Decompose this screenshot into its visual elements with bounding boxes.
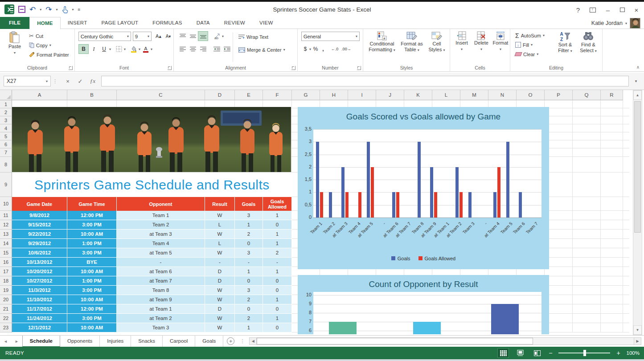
table-row[interactable]: 11/3/20123:00 PMTeam 8W30 [12, 286, 292, 295]
cell[interactable]: 2 [235, 230, 263, 239]
borders-dropdown-icon[interactable]: ▾ [124, 47, 126, 51]
cell[interactable]: 2 [235, 295, 263, 304]
cell[interactable]: 2 [235, 314, 263, 323]
cell[interactable]: 12:00 PM [67, 211, 117, 220]
cell[interactable]: 11/3/2012 [12, 286, 67, 295]
row-header-16[interactable]: 16 [0, 258, 12, 267]
conditional-formatting-button[interactable]: ≠ ConditionalFormatting ▾ [367, 30, 397, 53]
row-header-5[interactable]: 5 [0, 132, 12, 140]
cell[interactable]: W [205, 248, 235, 258]
column-header-M[interactable]: M [460, 90, 488, 100]
row-header-10[interactable]: 10 [0, 197, 12, 211]
number-format-select[interactable]: General ▾ [301, 32, 360, 41]
conditional-formatting-dropdown-icon[interactable]: ▾ [394, 48, 395, 52]
font-family-dropdown-icon[interactable]: ▾ [127, 34, 129, 38]
italic-button[interactable]: I [89, 44, 99, 54]
cell[interactable]: Team 3 [117, 323, 205, 332]
row-header-19[interactable]: 19 [0, 286, 12, 295]
row-header-22[interactable]: 22 [0, 314, 12, 323]
column-header-O[interactable]: O [517, 90, 545, 100]
cell[interactable]: 3 [235, 211, 263, 220]
cells-area[interactable]: Sprinters Game Schedule and Results Game… [12, 100, 629, 335]
cell[interactable]: 0 [263, 304, 292, 314]
column-header-I[interactable]: I [348, 90, 376, 100]
merge-center-button[interactable]: Merge & Center ▾ [237, 45, 287, 54]
horizontal-scrollbar[interactable]: ◀ ▶ [249, 337, 641, 345]
ribbon-tab-page-layout[interactable]: PAGE LAYOUT [94, 17, 146, 29]
clear-button[interactable]: Clear ▾ [514, 49, 546, 59]
zoom-slider-thumb[interactable] [583, 350, 586, 356]
scroll-right-button[interactable]: ▶ [634, 338, 641, 345]
cell[interactable]: Team 4 [117, 239, 205, 248]
cell[interactable]: W [205, 286, 235, 295]
copy-button[interactable]: Copy ▾ [28, 41, 53, 50]
orientation-button[interactable]: ab [212, 31, 222, 41]
normal-view-button[interactable] [498, 349, 509, 357]
restore-button[interactable] [615, 4, 629, 15]
row-header-18[interactable]: 18 [0, 276, 12, 286]
row-header-4[interactable]: 4 [0, 124, 12, 132]
column-header-P[interactable]: P [545, 90, 573, 100]
sheet-tab-carpool[interactable]: Carpool [163, 336, 195, 347]
scroll-up-button[interactable]: ▲ [633, 90, 642, 100]
table-row[interactable]: 10/6/20123:00 PMat Team 5W32 [12, 248, 292, 258]
cell[interactable]: 1 [263, 314, 292, 323]
wrap-text-button[interactable]: Wrap Text [237, 32, 270, 41]
cell[interactable]: 0 [235, 276, 263, 286]
format-painter-button[interactable]: Format Painter [28, 50, 70, 59]
insert-function-button[interactable]: ƒx [87, 76, 98, 86]
cell[interactable]: 1 [235, 323, 263, 332]
table-row[interactable]: 10/20/201210:00 AMat Team 6D11 [12, 267, 292, 276]
delete-dropdown-icon[interactable]: ▾ [480, 47, 482, 51]
row-header-9[interactable]: 9 [0, 172, 12, 197]
zoom-out-button[interactable]: − [549, 349, 552, 357]
underline-dropdown-icon[interactable]: ▾ [109, 47, 111, 51]
sheet-tab-schedule[interactable]: Schedule [22, 336, 60, 347]
align-left-button[interactable] [177, 44, 188, 54]
cell[interactable]: 0 [235, 304, 263, 314]
cell[interactable]: 10:00 AM [67, 267, 117, 276]
goals-chart[interactable]: Goals Scored vs Goals allowed by Game00,… [298, 107, 549, 269]
cell[interactable]: Team 2 [117, 220, 205, 230]
font-size-dropdown-icon[interactable]: ▾ [148, 34, 149, 38]
increase-decimal-button[interactable]: ←.0 [329, 44, 340, 54]
cell[interactable]: 1 [235, 267, 263, 276]
format-as-table-button[interactable]: Format asTable ▾ [399, 30, 425, 53]
cell[interactable]: 1 [235, 220, 263, 230]
cell[interactable]: - [235, 258, 263, 267]
table-row[interactable]: 11/10/201210:00 AMat Team 9W21 [12, 295, 292, 304]
ribbon-tab-file[interactable]: FILE [0, 17, 29, 29]
orientation-dropdown-icon[interactable]: ▾ [222, 34, 224, 38]
cell[interactable]: W [205, 230, 235, 239]
cell[interactable]: L [205, 239, 235, 248]
find-select-button[interactable]: Find &Select ▾ [577, 30, 599, 54]
merge-center-dropdown-icon[interactable]: ▾ [283, 48, 285, 52]
cell[interactable]: D [205, 267, 235, 276]
table-row[interactable]: 9/15/20123:00 PMTeam 2L10 [12, 220, 292, 230]
increase-indent-button[interactable] [222, 44, 232, 54]
cell[interactable]: 0 [263, 276, 292, 286]
find-select-dropdown-icon[interactable]: ▾ [595, 49, 597, 53]
cell[interactable]: 0 [263, 286, 292, 295]
close-button[interactable]: × [630, 4, 643, 15]
format-dropdown-icon[interactable]: ▾ [500, 47, 501, 51]
cancel-button[interactable]: × [62, 76, 74, 86]
column-header-Q[interactable]: Q [573, 90, 601, 100]
insert-dropdown-icon[interactable]: ▾ [461, 47, 463, 51]
cell[interactable]: 12:00 PM [67, 304, 117, 314]
cell[interactable]: 10:00 AM [67, 230, 117, 239]
underline-button[interactable]: U [99, 44, 109, 54]
cell[interactable]: 0 [235, 239, 263, 248]
column-header-K[interactable]: K [404, 90, 432, 100]
cell[interactable]: 3:00 PM [67, 314, 117, 323]
table-row[interactable]: 9/29/20121:00 PMTeam 4L01 [12, 239, 292, 248]
cut-button[interactable]: ✂ Cut [28, 31, 45, 41]
cell[interactable]: at Team 9 [117, 295, 205, 304]
select-all-corner[interactable] [0, 90, 12, 100]
help-button[interactable]: ? [571, 4, 585, 15]
ribbon-tab-data[interactable]: DATA [189, 17, 217, 29]
comma-style-button[interactable]: , [320, 44, 326, 54]
cell[interactable]: 12/1/2012 [12, 323, 67, 332]
align-right-button[interactable] [198, 44, 208, 54]
account-area[interactable]: Katie Jordan ▾ [591, 18, 640, 29]
